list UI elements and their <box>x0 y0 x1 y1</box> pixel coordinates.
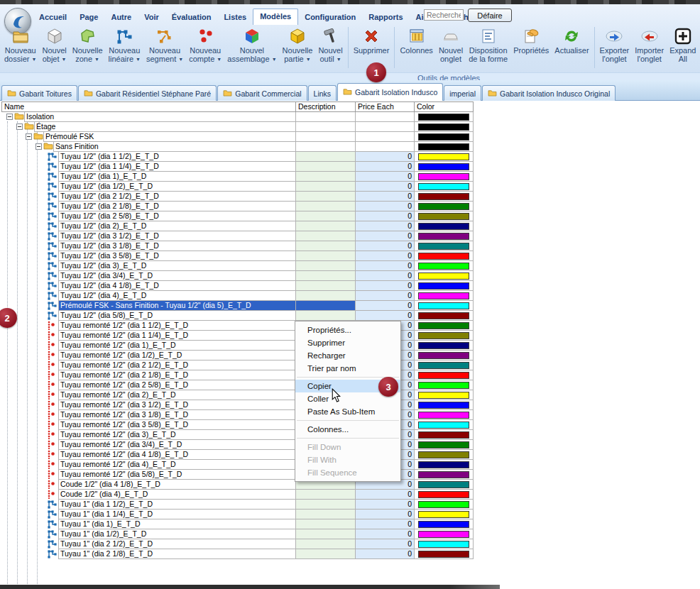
document-tab-gabarit-toitures[interactable]: Gabarit Toitures <box>1 85 77 101</box>
row-name-cell[interactable]: Tuyau 1" (dia 1 1/4)_E_T_D <box>58 509 296 519</box>
row-price-cell[interactable]: 0 <box>355 231 415 241</box>
tree-expander-minus[interactable] <box>26 133 32 140</box>
tree-row[interactable]: Tuyau 1/2" (dia 5/8)_E_T_D0 <box>1 310 475 321</box>
tree-row[interactable]: Tuyau remonté 1/2" (dia 2 1/8)_E_T_D0 <box>1 370 475 380</box>
tree-row[interactable]: Tuyau remonté 1/2" (dia 1/2)_E_T_D0 <box>1 350 475 360</box>
row-color-cell[interactable] <box>414 409 474 420</box>
row-name-cell[interactable]: Tuyau remonté 1/2" (dia 3/4)_E_T_D <box>58 439 296 450</box>
importer-l-onglet-button[interactable]: Importerl'onglet <box>632 26 667 65</box>
menu-tab-configuration[interactable]: Configuration <box>298 10 362 25</box>
tree-row[interactable]: Tuyau remonté 1/2" (dia 4)_E_T_D0 <box>1 459 475 470</box>
column-header-price-each[interactable]: Price Each <box>355 101 415 112</box>
tree-row[interactable]: Tuyau 1/2" (dia 2)_E_T_D0 <box>1 221 475 231</box>
nouvel-onglet-button[interactable]: Nouvelonglet <box>436 26 466 65</box>
row-color-cell[interactable] <box>414 429 474 440</box>
row-price-cell[interactable]: 0 <box>355 241 415 251</box>
row-price-cell[interactable]: 0 <box>355 529 415 539</box>
row-color-cell[interactable] <box>414 290 474 301</box>
row-description-cell[interactable] <box>295 181 356 192</box>
supprimer-button[interactable]: Supprimer <box>351 26 393 56</box>
row-name-cell[interactable]: Prémoulé FSK <box>43 131 296 142</box>
row-name-cell[interactable]: Tuyau 1/2" (dia 3 5/8)_E_T_D <box>58 251 296 261</box>
tree-expander-minus[interactable] <box>16 123 23 130</box>
tree-row[interactable]: Tuyau 1/2" (dia 3/4)_E_T_D0 <box>1 270 475 281</box>
tree-row[interactable]: Tuyau remonté 1/2" (dia 3 1/2)_E_T_D0 <box>1 400 475 410</box>
row-description-cell[interactable] <box>295 539 356 549</box>
row-name-cell[interactable]: Tuyau remonté 1/2" (dia 3 5/8)_E_T_D <box>58 419 296 430</box>
context-menu-item-proprietes[interactable]: Propriétés... <box>295 324 400 336</box>
document-tab-imperial[interactable]: imperial <box>444 85 481 101</box>
row-name-cell[interactable]: Tuyau remonté 1/2" (dia 1/2)_E_T_D <box>58 350 296 360</box>
row-description-cell[interactable] <box>295 241 356 251</box>
row-color-cell[interactable] <box>414 221 474 231</box>
nouvelle-zone-button[interactable]: Nouvellezone ▼ <box>70 26 106 65</box>
row-description-cell[interactable] <box>295 260 356 271</box>
row-color-cell[interactable] <box>414 519 474 529</box>
row-name-cell[interactable]: Tuyau 1/2" (dia 3/4)_E_T_D <box>58 270 296 281</box>
tree-row[interactable]: Coude 1/2" (dia 4 1/8)_E_T_D0 <box>1 479 475 490</box>
row-price-cell[interactable]: 0 <box>355 539 415 549</box>
row-name-cell[interactable]: Tuyau 1/2" (dia 1 1/2)_E_T_D <box>58 151 296 162</box>
row-description-cell[interactable] <box>295 221 356 231</box>
tree-row[interactable]: Sans Finition <box>1 141 475 152</box>
row-color-cell[interactable] <box>414 231 474 241</box>
row-color-cell[interactable] <box>414 141 474 152</box>
document-tab-gabarit-residentiel-stephane-pare[interactable]: Gabarit Résidentiel Stéphane Paré <box>78 85 217 101</box>
row-name-cell[interactable]: Tuyau 1" (dia 1/2)_E_T_D <box>58 529 296 539</box>
row-price-cell[interactable]: 0 <box>355 151 415 162</box>
row-description-cell[interactable] <box>295 131 356 142</box>
column-header-color[interactable]: Color <box>414 101 474 112</box>
tree-row[interactable]: Tuyau 1" (dia 1 1/4)_E_T_D0 <box>1 509 475 519</box>
nouveau-compte-button[interactable]: Nouveaucompte ▼ <box>186 26 224 65</box>
tree-row[interactable]: Tuyau remonté 1/2" (dia 1 1/4)_E_T_D0 <box>1 330 475 341</box>
row-color-cell[interactable] <box>414 370 474 380</box>
row-description-cell[interactable] <box>295 171 356 182</box>
row-name-cell[interactable]: Tuyau remonté 1/2" (dia 3 1/2)_E_T_D <box>58 400 296 410</box>
nouvel-assemblage-button[interactable]: Nouvelassemblage ▼ <box>224 26 279 65</box>
row-price-cell[interactable] <box>355 131 415 142</box>
row-price-cell[interactable]: 0 <box>355 161 415 172</box>
row-name-cell[interactable]: Tuyau remonté 1/2" (dia 3)_E_T_D <box>58 429 296 440</box>
row-price-cell[interactable]: 0 <box>355 181 415 192</box>
row-color-cell[interactable] <box>414 380 474 390</box>
row-color-cell[interactable] <box>414 529 474 539</box>
proprietes-button[interactable]: Propriétés <box>510 26 552 56</box>
row-name-cell[interactable]: Prémoulé FSK - Sans Finition - Tuyau 1/2… <box>58 300 296 311</box>
row-description-cell[interactable] <box>295 151 356 162</box>
row-name-cell[interactable]: Tuyau 1/2" (dia 2 5/8)_E_T_D <box>58 211 296 221</box>
row-color-cell[interactable] <box>414 330 474 341</box>
row-description-cell[interactable] <box>295 509 356 519</box>
tree-row[interactable]: Tuyau 1/2" (dia 3 1/2)_E_T_D0 <box>1 231 475 241</box>
row-name-cell[interactable]: Tuyau 1/2" (dia 5/8)_E_T_D <box>58 310 296 321</box>
row-description-cell[interactable] <box>295 280 356 291</box>
row-price-cell[interactable]: 0 <box>355 499 415 510</box>
tree-row[interactable]: Tuyau remonté 1/2" (dia 5/8)_E_T_D0 <box>1 469 475 480</box>
row-color-cell[interactable] <box>414 439 474 450</box>
row-name-cell[interactable]: Tuyau remonté 1/2" (dia 4 1/8)_E_T_D <box>58 449 296 460</box>
tree-row[interactable]: Prémoulé FSK - Sans Finition - Tuyau 1/2… <box>1 300 475 311</box>
row-description-cell[interactable] <box>295 310 356 321</box>
row-name-cell[interactable]: Tuyau 1/2" (dia 4)_E_T_D <box>58 290 296 301</box>
row-description-cell[interactable] <box>295 121 356 132</box>
tree-row[interactable]: Tuyau remonté 1/2" (dia 2 5/8)_E_T_D0 <box>1 380 475 390</box>
row-color-cell[interactable] <box>414 340 474 351</box>
row-description-cell[interactable] <box>295 529 356 539</box>
row-name-cell[interactable]: Tuyau remonté 1/2" (dia 2 5/8)_E_T_D <box>58 380 296 390</box>
document-tab-gabarit-isolation-indusco-original[interactable]: Gabarit Isolation Indusco Original <box>482 85 616 101</box>
row-color-cell[interactable] <box>414 161 474 172</box>
row-color-cell[interactable] <box>414 360 474 370</box>
exporter-l-onglet-button[interactable]: Exporterl'onglet <box>597 26 633 65</box>
row-name-cell[interactable]: Tuyau remonté 1/2" (dia 2)_E_T_D <box>58 390 296 400</box>
row-description-cell[interactable] <box>295 549 356 559</box>
search-input[interactable] <box>424 9 464 21</box>
row-price-cell[interactable]: 0 <box>355 489 415 500</box>
row-color-cell[interactable] <box>414 300 474 311</box>
row-color-cell[interactable] <box>414 151 474 162</box>
menu-tab-modeles[interactable]: Modèles <box>253 9 298 25</box>
expand-all-button[interactable]: ExpandAll <box>667 26 699 65</box>
row-description-cell[interactable] <box>295 270 356 281</box>
tree-row[interactable]: Tuyau 1/2" (dia 3 5/8)_E_T_D0 <box>1 251 475 261</box>
row-price-cell[interactable]: 0 <box>355 549 415 559</box>
context-menu-item-trier-par-nom[interactable]: Trier par nom <box>295 362 400 375</box>
nouvel-outil-button[interactable]: Nouveloutil ▼ <box>315 26 345 65</box>
